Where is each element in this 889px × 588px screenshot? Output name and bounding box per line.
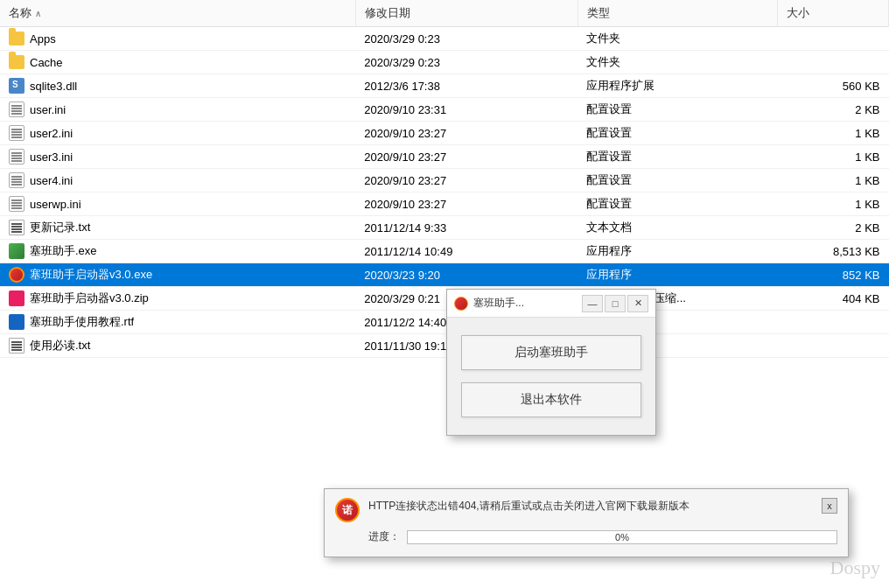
file-date-cell: 2020/9/10 23:31 (355, 98, 578, 122)
file-size-cell (778, 27, 889, 51)
dialog-close-button[interactable]: ✕ (627, 295, 648, 312)
table-row[interactable]: userwp.ini 2020/9/10 23:27 配置设置 1 KB (0, 192, 889, 216)
zip-icon (9, 290, 24, 306)
table-row[interactable]: 塞班助手启动器v3.0.exe 2020/3/23 9:20 应用程序 852 … (0, 263, 889, 287)
file-size-cell: 852 KB (778, 263, 889, 287)
file-date-cell: 2020/3/23 9:20 (355, 263, 578, 287)
table-row[interactable]: 塞班助手使用教程.rtf 2011/12/2 14:40 (0, 311, 889, 334)
file-name-cell: Apps (0, 27, 355, 51)
file-explorer: 名称 ∧ 修改日期 类型 大小 (0, 0, 889, 588)
file-name-label: sqlite3.dll (30, 80, 77, 93)
file-name-cell: 使用必读.txt (0, 334, 355, 358)
file-type-cell: 配置设置 (578, 169, 777, 192)
start-assistant-button[interactable]: 启动塞班助手 (461, 335, 641, 370)
file-name-label: user3.ini (30, 150, 73, 164)
file-name-cell: 更新记录.txt (0, 216, 355, 240)
dialog-app-icon (454, 297, 468, 311)
file-date-cell: 2011/12/14 10:49 (355, 240, 578, 263)
table-row[interactable]: user.ini 2020/9/10 23:31 配置设置 2 KB (0, 98, 889, 122)
table-row[interactable]: 塞班助手.exe 2011/12/14 10:49 应用程序 8,513 KB (0, 240, 889, 263)
file-type-cell: 配置设置 (578, 145, 777, 169)
file-date-cell: 2012/3/6 17:38 (355, 74, 578, 98)
file-size-cell: 1 KB (778, 169, 889, 192)
ini-icon (9, 102, 24, 117)
txt-icon (9, 338, 24, 354)
file-date-cell: 2011/12/14 9:33 (355, 216, 578, 240)
dialog-restore-button[interactable]: □ (605, 295, 626, 312)
file-size-cell: 1 KB (778, 192, 889, 216)
progress-bar-container: 0% (407, 530, 837, 544)
col-type[interactable]: 类型 (578, 0, 777, 27)
table-row[interactable]: user3.ini 2020/9/10 23:27 配置设置 1 KB (0, 145, 889, 169)
file-size-cell: 1 KB (778, 145, 889, 169)
error-app-icon: 诺 (335, 498, 360, 522)
dialog-title-left: 塞班助手... (454, 296, 524, 311)
file-name-label: userwp.ini (30, 198, 81, 211)
file-name-label: 塞班助手启动器v3.0.exe (30, 267, 152, 283)
file-name-cell: user4.ini (0, 169, 355, 192)
file-type-cell: 应用程序扩展 (578, 74, 777, 98)
txt-icon (9, 220, 24, 235)
file-size-cell: 2 KB (778, 98, 889, 122)
file-date-cell: 2020/9/10 23:27 (355, 169, 578, 192)
file-name-cell: 塞班助手启动器v3.0.exe (0, 263, 355, 287)
folder-icon (9, 32, 24, 46)
file-name-label: Cache (30, 56, 63, 69)
rtf-icon (9, 314, 24, 330)
file-type-cell: 应用程序 (578, 263, 777, 287)
file-name-cell: 塞班助手启动器v3.0.zip (0, 287, 355, 311)
dialog-titlebar: 塞班助手... — □ ✕ (447, 290, 655, 318)
file-name-cell: userwp.ini (0, 192, 355, 216)
file-type-cell: 配置设置 (578, 192, 777, 216)
file-name-label: 塞班助手.exe (30, 243, 97, 259)
exit-software-button[interactable]: 退出本软件 (461, 382, 641, 417)
dialog-minimize-button[interactable]: — (582, 295, 603, 312)
file-date-cell: 2020/3/29 0:23 (355, 51, 578, 74)
file-name-label: 塞班助手使用教程.rtf (30, 314, 134, 330)
file-name-label: Apps (30, 32, 56, 46)
table-row[interactable]: 更新记录.txt 2011/12/14 9:33 文本文档 2 KB (0, 216, 889, 240)
col-name[interactable]: 名称 ∧ (0, 0, 355, 27)
error-close-button[interactable]: x (822, 498, 837, 514)
file-type-cell: 文件夹 (578, 27, 777, 51)
table-row[interactable]: user2.ini 2020/9/10 23:27 配置设置 1 KB (0, 122, 889, 145)
dialog-title: 塞班助手... (473, 296, 524, 311)
file-table: 名称 ∧ 修改日期 类型 大小 (0, 0, 889, 358)
progress-label: 进度： (368, 529, 400, 544)
col-size[interactable]: 大小 (778, 0, 889, 27)
table-row[interactable]: Cache 2020/3/29 0:23 文件夹 (0, 51, 889, 74)
file-size-cell (778, 334, 889, 358)
dll-icon (9, 78, 24, 94)
col-date[interactable]: 修改日期 (355, 0, 578, 27)
file-size-cell: 2 KB (778, 216, 889, 240)
file-size-cell (778, 51, 889, 74)
ini-icon (9, 125, 24, 141)
file-name-cell: sqlite3.dll (0, 74, 355, 98)
file-size-cell: 8,513 KB (778, 240, 889, 263)
file-date-cell: 2020/9/10 23:27 (355, 122, 578, 145)
file-name-label: 使用必读.txt (30, 338, 90, 354)
file-name-label: user4.ini (30, 174, 73, 187)
exe-icon (9, 243, 24, 259)
file-date-cell: 2020/9/10 23:27 (355, 192, 578, 216)
file-type-cell: 文件夹 (578, 51, 777, 74)
ini-icon (9, 172, 24, 188)
error-progress-row: 进度： 0% (335, 529, 837, 544)
file-size-cell: 404 KB (778, 287, 889, 311)
table-row[interactable]: 使用必读.txt 2011/11/30 19:19 (0, 334, 889, 358)
table-row[interactable]: Apps 2020/3/29 0:23 文件夹 (0, 27, 889, 51)
ini-icon (9, 149, 24, 164)
ini-icon (9, 196, 24, 212)
file-type-cell: 应用程序 (578, 240, 777, 263)
table-row[interactable]: sqlite3.dll 2012/3/6 17:38 应用程序扩展 560 KB (0, 74, 889, 98)
table-row[interactable]: 塞班助手启动器v3.0.zip 2020/3/29 0:21 WinRAR ZI… (0, 287, 889, 311)
watermark: Dospy (830, 556, 880, 579)
file-name-label: 塞班助手启动器v3.0.zip (30, 290, 149, 306)
table-row[interactable]: user4.ini 2020/9/10 23:27 配置设置 1 KB (0, 169, 889, 192)
main-dialog: 塞班助手... — □ ✕ 启动塞班助手 退出本软件 (446, 289, 656, 436)
exe-special-icon (9, 267, 24, 283)
dialog-body: 启动塞班助手 退出本软件 (447, 318, 655, 435)
table-header-row: 名称 ∧ 修改日期 类型 大小 (0, 0, 889, 27)
file-name-cell: user3.ini (0, 145, 355, 169)
file-name-cell: 塞班助手.exe (0, 240, 355, 263)
